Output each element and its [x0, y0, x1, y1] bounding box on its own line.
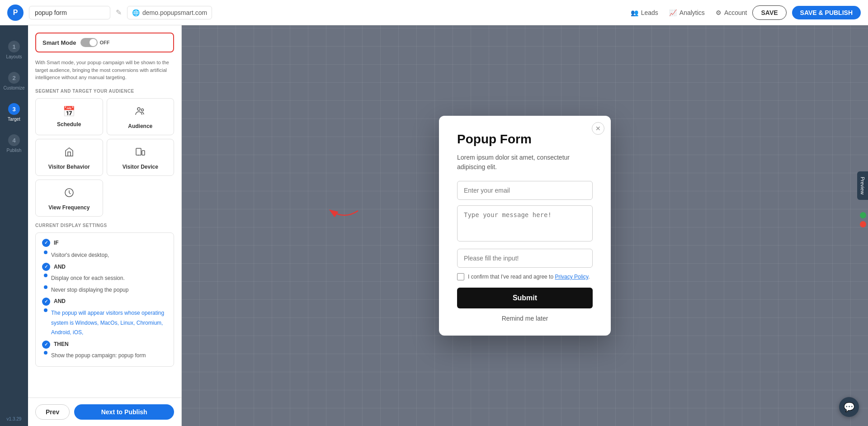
rule-session-text: Display once for each session. [51, 274, 125, 284]
rule-os-text: The popup will appear visitors whose ope… [51, 308, 167, 338]
rule-show-text: Show the popup campaign: popup form [51, 351, 146, 361]
rule-and-text-1: AND [54, 262, 66, 272]
rule-dot-4 [44, 308, 47, 312]
rule-dot-2 [44, 274, 47, 277]
canvas-area: ✕ Popup Form Lorem ipsum dolor sit amet,… [182, 25, 868, 426]
audience-card[interactable]: Audience [107, 98, 175, 135]
chat-icon: 💬 [844, 402, 855, 412]
target-cards-grid: 📅 Schedule Audience [35, 98, 174, 176]
target-panel: Smart Mode OFF With Smart mode, your pop… [28, 25, 182, 426]
step-2-customize[interactable]: 2 Customize [0, 66, 28, 97]
svg-rect-2 [136, 148, 141, 155]
toggle-state-label: OFF [99, 40, 109, 45]
campaign-title-input[interactable] [29, 6, 110, 19]
visitor-behavior-label: Visitor Behavior [48, 164, 90, 170]
and-check-icon-2: ✓ [42, 298, 50, 306]
app-logo: P [7, 5, 24, 21]
topbar: P ✎ 🌐 demo.popupsmart.com 👥 Leads 📈 Anal… [0, 0, 868, 25]
current-display-label: CURRENT DISPLAY SETTINGS [35, 223, 174, 228]
account-label: Account [724, 9, 747, 16]
main-area: 1 Layouts 2 Customize 3 Target 4 Publish… [0, 25, 868, 426]
popup-email-input[interactable] [457, 181, 593, 200]
schedule-card[interactable]: 📅 Schedule [35, 98, 103, 135]
audience-icon [135, 106, 146, 119]
step-4-number: 4 [8, 134, 20, 146]
then-check-icon: ✓ [42, 341, 50, 349]
rule-dot-5 [44, 351, 47, 355]
visitor-device-card[interactable]: Visitor Device [107, 139, 175, 176]
step-2-label: Customize [3, 85, 24, 90]
view-frequency-icon [64, 187, 75, 201]
rule-if-text: IF [54, 238, 59, 248]
leads-label: Leads [641, 9, 658, 16]
preview-button[interactable]: Preview [857, 171, 868, 200]
schedule-icon: 📅 [63, 106, 75, 118]
rule-device-text: Visitor's device desktop, [51, 251, 109, 260]
step-4-publish[interactable]: 4 Publish [0, 128, 28, 159]
visitor-device-label: Visitor Device [123, 164, 158, 170]
analytics-nav-item[interactable]: 📈 Analytics [669, 9, 705, 16]
rule-dot-3 [44, 285, 47, 289]
analytics-icon: 📈 [669, 9, 677, 16]
svg-point-1 [142, 109, 144, 111]
rule-then-text: THEN [54, 340, 69, 350]
status-indicators [860, 212, 866, 227]
rule-dot-1 [44, 251, 47, 254]
steps-sidebar: 1 Layouts 2 Customize 3 Target 4 Publish… [0, 25, 28, 426]
popup-privacy-text: I confirm that I've read and agree to Pr… [468, 274, 590, 280]
next-to-publish-button[interactable]: Next to Publish [74, 404, 174, 420]
account-icon: ⚙ [716, 9, 722, 16]
step-1-number: 1 [8, 41, 20, 52]
globe-icon: 🌐 [132, 9, 140, 16]
svg-rect-3 [142, 151, 145, 155]
rule-never-stop-text: Never stop displaying the popup [51, 285, 128, 295]
save-button[interactable]: SAVE [752, 5, 786, 20]
segment-label: SEGMENT AND TARGET YOUR AUDIENCE [35, 89, 174, 94]
chat-button[interactable]: 💬 [839, 397, 859, 417]
smart-mode-toggle[interactable]: OFF [80, 38, 109, 47]
popup-remind-later[interactable]: Remind me later [457, 315, 593, 322]
url-text: demo.popupsmart.com [142, 9, 207, 16]
popup-privacy-checkbox[interactable] [457, 273, 464, 280]
popup-close-button[interactable]: ✕ [592, 122, 604, 135]
account-nav-item[interactable]: ⚙ Account [716, 9, 747, 16]
version-label: v1.3.29 [7, 417, 22, 426]
view-frequency-label: View Frequency [48, 204, 90, 211]
topbar-nav: 👥 Leads 📈 Analytics ⚙ Account [631, 9, 747, 16]
view-frequency-card[interactable]: View Frequency [35, 180, 103, 217]
smart-mode-label: Smart Mode [42, 39, 76, 46]
and-check-icon-1: ✓ [42, 263, 50, 271]
popup-fill-input[interactable] [457, 249, 593, 268]
visitor-device-icon [135, 147, 146, 160]
save-publish-button[interactable]: SAVE & PUBLISH [792, 6, 861, 19]
edit-title-icon[interactable]: ✎ [116, 8, 122, 17]
popup-message-textarea[interactable] [457, 205, 593, 241]
step-1-label: Layouts [6, 54, 22, 59]
leads-nav-item[interactable]: 👥 Leads [631, 9, 658, 16]
toggle-track[interactable] [80, 38, 98, 47]
popup-privacy-row: I confirm that I've read and agree to Pr… [457, 273, 593, 280]
analytics-label: Analytics [679, 9, 705, 16]
prev-button[interactable]: Prev [35, 404, 70, 420]
schedule-label: Schedule [57, 121, 81, 128]
svg-point-0 [137, 108, 140, 110]
smart-mode-description: With Smart mode, your popup campaign wil… [35, 59, 174, 81]
panel-footer: Prev Next to Publish [28, 398, 181, 426]
status-dot-red [860, 221, 866, 227]
step-3-label: Target [8, 117, 20, 122]
visitor-behavior-card[interactable]: Visitor Behavior [35, 139, 103, 176]
privacy-policy-link[interactable]: Privacy Policy [555, 274, 588, 280]
popup-overlay: ✕ Popup Form Lorem ipsum dolor sit amet,… [182, 25, 868, 426]
display-rules-box: ✓ IF Visitor's device desktop, ✓ AND Dis… [35, 232, 174, 367]
popup-title: Popup Form [457, 132, 593, 147]
audience-label: Audience [128, 123, 152, 129]
step-2-number: 2 [8, 72, 20, 84]
step-4-label: Publish [7, 148, 22, 153]
toggle-thumb [90, 39, 97, 46]
popup-submit-button[interactable]: Submit [457, 288, 593, 308]
visitor-behavior-icon [64, 147, 75, 160]
step-3-target[interactable]: 3 Target [0, 97, 28, 128]
popup-description: Lorem ipsum dolor sit amet, consectetur … [457, 153, 593, 172]
url-display: 🌐 demo.popupsmart.com [127, 6, 212, 19]
step-1-layouts[interactable]: 1 Layouts [0, 34, 28, 66]
